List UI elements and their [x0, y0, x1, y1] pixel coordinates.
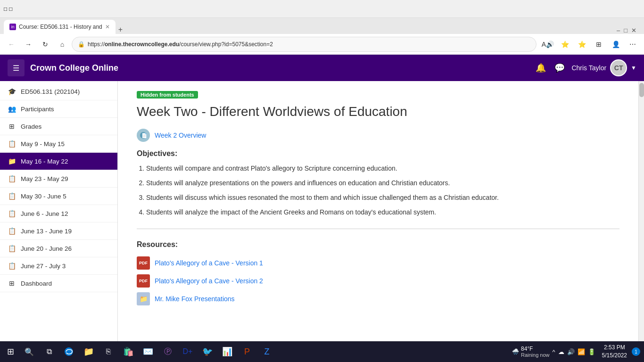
collections-button[interactable]: ⊞ [591, 37, 606, 52]
week-overview-link[interactable]: 📄 Week 2 Overview [137, 129, 619, 142]
scroll-thumb[interactable] [639, 83, 644, 97]
home-button[interactable]: ⌂ [55, 37, 70, 52]
volume-icon[interactable]: 🔊 [567, 348, 575, 355]
browser-titlebar: □ □ [0, 0, 644, 18]
taskbar-store-button[interactable]: 🛍️ [119, 342, 138, 361]
sidebar-item-week-june27[interactable]: 📋 June 27 - July 3 [0, 257, 117, 275]
sidebar-item-dashboard[interactable]: ⊞ Dashboard [0, 275, 117, 292]
objectives-list: Students will compare and contrast Plato… [146, 164, 619, 217]
objective-3: Students will discuss which issues reson… [146, 193, 619, 203]
sidebar-item-week-may23[interactable]: 📋 May 23 - May 29 [0, 170, 117, 188]
notifications-button[interactable]: 🔔 [534, 61, 548, 75]
tray-up-icon[interactable]: ^ [553, 348, 555, 355]
sidebar-item-participants[interactable]: 👥 Participants [0, 100, 117, 118]
sidebar-item-week-june20-label: June 20 - June 26 [21, 245, 110, 252]
content-scrollbar[interactable]: ▲ [638, 81, 644, 362]
sidebar: 🎓 ED506.131 (202104) 👥 Participants ⊞ Gr… [0, 81, 118, 362]
search-taskbar-button[interactable]: 🔍 [20, 342, 39, 361]
taskbar-disney-button[interactable]: D+ [178, 342, 197, 361]
user-dropdown-arrow: ▼ [631, 65, 636, 71]
onedrive-icon[interactable]: ☁ [558, 348, 564, 355]
sidebar-item-week-may30-label: May 30 - June 5 [21, 193, 110, 200]
profile-button[interactable]: 👤 [608, 37, 623, 52]
objective-1: Students will compare and contrast Plato… [146, 164, 619, 173]
taskbar-edge-button[interactable] [59, 342, 78, 361]
taskbar-pluto-button[interactable]: Ⓟ [158, 342, 177, 361]
taskbar-date-display: 5/15/2022 [602, 352, 627, 360]
tab-close-button[interactable]: ✕ [105, 24, 110, 30]
sidebar-item-week-may9-label: May 9 - May 15 [21, 140, 110, 148]
pdf-icon-2: PDF [137, 274, 150, 288]
address-bar[interactable]: 🔒 https://online.thecrowncollege.edu/cou… [72, 37, 537, 52]
close-button[interactable]: ✕ [631, 27, 636, 34]
folder-icon-1: 📁 [137, 292, 150, 305]
taskview-button[interactable]: ⧉ [40, 342, 58, 361]
sidebar-item-week-may9[interactable]: 📋 May 9 - May 15 [0, 135, 117, 153]
week-may23-icon: 📋 [8, 175, 16, 182]
taskbar-clock[interactable]: 2:53 PM 5/15/2022 [598, 344, 631, 360]
taskbar: ⊞ 🔍 ⧉ 📁 ⎘ 🛍️ ✉️ Ⓟ D+ 🐦 📊 P Z 🌧️ 84°F Rai… [0, 341, 644, 362]
start-button[interactable]: ⊞ [2, 343, 19, 360]
sidebar-item-course[interactable]: 🎓 ED506.131 (202104) [0, 83, 117, 100]
browser-actions: A🔊 ⭐ ⭐ ⊞ 👤 ⋯ [540, 37, 640, 52]
tab-favicon: in [9, 24, 16, 30]
weather-icon: 🌧️ [512, 348, 519, 355]
sidebar-item-week-june6[interactable]: 📋 June 6 - June 12 [0, 205, 117, 222]
browser-ext-button[interactable]: ⭐ [557, 37, 572, 52]
taskbar-weather[interactable]: 🌧️ 84°F Raining now [512, 346, 550, 358]
messages-button[interactable]: 💬 [553, 61, 567, 75]
resource-item-3[interactable]: 📁 Mr. Mike Fox Presentations [137, 292, 619, 305]
sidebar-item-week-june20[interactable]: 📋 June 20 - June 26 [0, 240, 117, 257]
objective-2: Students will analyze presentations on t… [146, 178, 619, 188]
grades-icon: ⊞ [8, 123, 16, 130]
resources-heading: Resources: [137, 240, 619, 249]
sidebar-item-course-label: ED506.131 (202104) [21, 88, 110, 95]
taskbar-mail-button[interactable]: ✉️ [139, 342, 157, 361]
taskbar-zoom-button[interactable]: Z [257, 342, 276, 361]
sidebar-item-week-may30[interactable]: 📋 May 30 - June 5 [0, 188, 117, 205]
weather-temp: 84°F [521, 346, 550, 352]
minimize-button[interactable]: – [617, 27, 620, 34]
week-may9-icon: 📋 [8, 140, 16, 148]
forward-button[interactable]: → [21, 37, 36, 52]
sidebar-item-week-may23-label: May 23 - May 29 [21, 175, 110, 182]
network-icon[interactable]: 📶 [578, 348, 585, 355]
objective-4: Students will analyze the impact of the … [146, 207, 619, 217]
lock-icon: 🔒 [78, 41, 85, 48]
taskbar-time-display: 2:53 PM [602, 344, 627, 352]
notification-badge[interactable]: 1 [632, 347, 640, 356]
sidebar-item-participants-label: Participants [21, 106, 110, 113]
hamburger-menu-button[interactable]: ☰ [8, 59, 25, 76]
week-june13-icon: 📋 [8, 227, 16, 235]
taskbar-powerpoint-button[interactable]: P [238, 342, 256, 361]
refresh-button[interactable]: ↻ [38, 37, 53, 52]
read-aloud-button[interactable]: A🔊 [540, 37, 555, 52]
favorites-button[interactable]: ⭐ [574, 37, 589, 52]
restore-button[interactable]: □ [624, 27, 627, 34]
taskbar-terminal-button[interactable]: ⎘ [99, 342, 118, 361]
week-june6-icon: 📋 [8, 210, 16, 217]
resource-item-2[interactable]: PDF Plato's Allegory of a Cave - Version… [137, 274, 619, 288]
resource-item-1[interactable]: PDF Plato's Allegory of a Cave - Version… [137, 256, 619, 270]
week-title: Week Two - Different Worldviews of Educa… [137, 104, 619, 119]
url-domain: online.thecrowncollege.edu [105, 41, 179, 48]
user-name: Chris Taylor [571, 64, 606, 72]
user-info[interactable]: Chris Taylor CT ▼ [571, 59, 636, 76]
app-wrapper: ☰ Crown College Online 🔔 💬 Chris Taylor … [0, 55, 644, 362]
sidebar-item-week-may16-label: May 16 - May 22 [21, 158, 110, 165]
taskbar-twitter-button[interactable]: 🐦 [198, 342, 217, 361]
topnav-right: 🔔 💬 Chris Taylor CT ▼ [534, 59, 636, 76]
new-tab-button[interactable]: + [116, 25, 125, 34]
back-button[interactable]: ← [4, 37, 19, 52]
sidebar-item-week-june13[interactable]: 📋 June 13 - June 19 [0, 222, 117, 240]
sidebar-item-grades[interactable]: ⊞ Grades [0, 118, 117, 135]
section-divider [137, 229, 619, 229]
taskbar-files-button[interactable]: 📁 [79, 342, 98, 361]
participants-icon: 👥 [8, 105, 16, 113]
taskbar-app5-button[interactable]: 📊 [218, 342, 237, 361]
browser-tab-active[interactable]: in Course: ED506.131 - History and ✕ [4, 20, 116, 34]
tab-title: Course: ED506.131 - History and [19, 24, 102, 30]
sidebar-item-week-may16[interactable]: 📁 May 16 - May 22 [0, 153, 117, 170]
battery-icon[interactable]: 🔋 [588, 348, 595, 355]
settings-button[interactable]: ⋯ [625, 37, 640, 52]
